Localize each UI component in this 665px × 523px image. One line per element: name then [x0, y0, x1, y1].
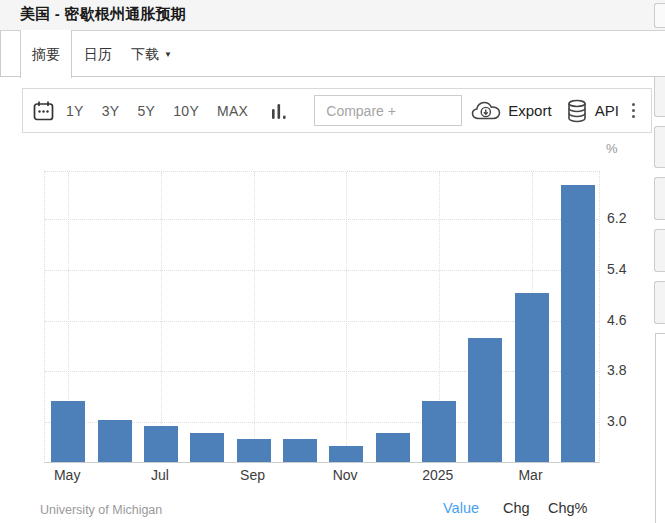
chart-toolbar: 1Y 3Y 5Y 10Y MAX Export [22, 88, 652, 133]
page-title: 美国 - 密歇根州通胀预期 [20, 5, 186, 24]
x-tick-label: 2025 [422, 467, 453, 483]
range-10y[interactable]: 10Y [173, 103, 199, 119]
bar-Aug[interactable] [190, 433, 224, 462]
gridline [346, 172, 347, 462]
bar-Feb[interactable] [468, 338, 502, 462]
y-axis-unit: % [606, 141, 618, 156]
bar-Oct[interactable] [283, 439, 317, 462]
tab-download[interactable]: 下载▼ [131, 31, 172, 77]
cloud-download-icon [471, 100, 501, 121]
x-tick-label: Mar [518, 467, 542, 483]
title-bar: 美国 - 密歇根州通胀预期 [0, 0, 665, 31]
right-rail-box [654, 73, 665, 117]
right-rail-box [654, 229, 665, 272]
tab-download-label: 下载 [131, 46, 159, 62]
bar-chart-plot [44, 171, 600, 463]
tab-bar: 摘要 日历 下载▼ [0, 31, 665, 77]
right-rail-panel [655, 333, 665, 523]
right-rail-box [654, 126, 665, 168]
y-tick-label: 5.4 [607, 261, 626, 277]
bar-Jun[interactable] [98, 420, 132, 462]
gridline [45, 219, 599, 220]
y-tick-label: 3.8 [607, 362, 626, 378]
bar-Dec[interactable] [376, 433, 410, 462]
mode-chg-button[interactable]: Chg [503, 500, 530, 516]
bar-Jan[interactable] [422, 401, 456, 462]
export-button[interactable]: Export [471, 100, 551, 121]
range-buttons: 1Y 3Y 5Y 10Y MAX [66, 103, 266, 119]
range-1y[interactable]: 1Y [66, 103, 84, 119]
right-rail-box [654, 177, 665, 220]
bar-chart-icon[interactable] [271, 102, 287, 120]
range-5y[interactable]: 5Y [137, 103, 155, 119]
range-3y[interactable]: 3Y [102, 103, 120, 119]
bar-Sep[interactable] [237, 439, 271, 462]
x-tick-label: May [54, 467, 80, 483]
y-tick-label: 4.6 [607, 312, 626, 328]
x-tick-label: Nov [333, 467, 358, 483]
mode-value-button[interactable]: Value [443, 500, 479, 516]
bar-May[interactable] [51, 401, 85, 462]
chevron-down-icon: ▼ [164, 32, 172, 78]
right-rail-box [654, 281, 665, 324]
chart-source: University of Michigan [40, 503, 162, 517]
database-icon [566, 99, 588, 123]
calendar-icon[interactable] [33, 100, 54, 122]
export-label: Export [508, 102, 551, 119]
gridline [254, 172, 255, 462]
x-tick-label: Sep [240, 467, 265, 483]
tab-summary[interactable]: 摘要 [20, 30, 72, 78]
compare-input[interactable] [314, 95, 462, 126]
page: 美国 - 密歇根州通胀预期 摘要 日历 下载▼ 1Y 3Y 5Y 10Y MAX [0, 0, 665, 523]
y-tick-label: 6.2 [607, 210, 626, 226]
bar-Apr[interactable] [561, 185, 595, 462]
mode-chgpct-button[interactable]: Chg% [548, 500, 588, 516]
api-button[interactable]: API [566, 99, 619, 123]
bar-Mar[interactable] [515, 293, 549, 462]
y-tick-label: 3.0 [607, 413, 626, 429]
tab-calendar[interactable]: 日历 [84, 31, 112, 77]
bar-Nov[interactable] [329, 446, 363, 463]
gridline [161, 172, 162, 462]
x-tick-label: Jul [151, 467, 169, 483]
bar-Jul[interactable] [144, 426, 178, 462]
gridline [45, 270, 599, 271]
kebab-menu-icon[interactable] [632, 102, 635, 120]
api-label: API [595, 102, 619, 119]
right-rail-box [654, 3, 665, 28]
range-max[interactable]: MAX [217, 103, 248, 119]
